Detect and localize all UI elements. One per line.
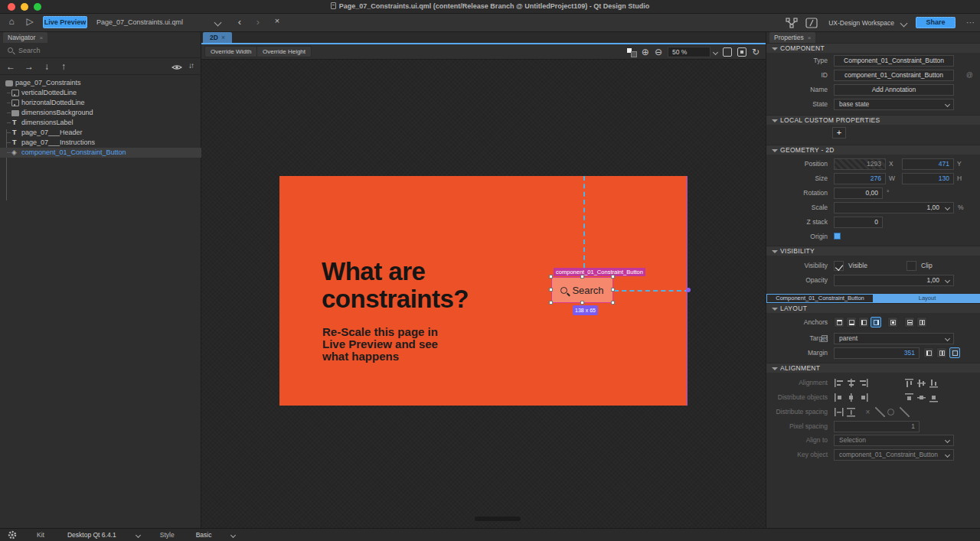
align-to-select[interactable]: Selection bbox=[834, 435, 954, 446]
visibility-eye-icon[interactable] bbox=[172, 64, 182, 71]
home-icon[interactable]: ⌂ bbox=[5, 16, 18, 27]
section-local-custom-properties[interactable]: LOCAL CUSTOM PROPERTIES bbox=[766, 115, 980, 125]
override-height-button[interactable]: Override Height bbox=[256, 46, 312, 57]
spacing-none-icon[interactable]: × bbox=[863, 407, 873, 417]
open-file-tab[interactable]: Page_07_Constraints.ui.qml bbox=[93, 16, 230, 28]
target-select[interactable]: parent bbox=[834, 333, 954, 344]
zoom-out-icon[interactable]: ⊖ bbox=[655, 47, 662, 57]
close-tab-icon[interactable]: × bbox=[221, 34, 225, 41]
margin-left-icon[interactable] bbox=[923, 347, 934, 358]
distribute-left-icon[interactable] bbox=[834, 393, 844, 402]
align-left-icon[interactable] bbox=[834, 378, 844, 388]
zstack-field[interactable]: 0 bbox=[834, 217, 883, 228]
navigator-tab[interactable]: Navigator× bbox=[3, 32, 47, 43]
tree-item-dimensions-background[interactable]: dimensionsBackground bbox=[0, 108, 201, 118]
anchor-top-icon[interactable] bbox=[834, 317, 844, 328]
section-alignment[interactable]: ALIGNMENT bbox=[766, 363, 980, 373]
opacity-select[interactable]: 1,00 bbox=[834, 275, 954, 286]
zoom-level-select[interactable]: 50 % bbox=[668, 47, 710, 57]
forward-icon[interactable]: › bbox=[253, 16, 263, 28]
tree-item-dimensions-label[interactable]: dimensionsLabel bbox=[0, 118, 201, 128]
style-select[interactable]: Basic bbox=[196, 531, 236, 539]
tree-item-constraint-button[interactable]: component_01_Constraint_Button bbox=[0, 148, 201, 158]
selection-handle[interactable] bbox=[549, 301, 553, 305]
subtab-component[interactable]: Component_01_Constraint_Button bbox=[766, 294, 874, 303]
tree-item-header-text[interactable]: page_07___Header bbox=[0, 128, 201, 138]
section-visibility[interactable]: VISIBILITY bbox=[766, 246, 980, 256]
move-right-icon[interactable]: → bbox=[24, 61, 34, 72]
properties-tab[interactable]: Properties× bbox=[769, 32, 815, 43]
search-button-component[interactable]: Search bbox=[551, 277, 613, 303]
tree-item-instructions-text[interactable]: page_07___Instructions bbox=[0, 138, 201, 148]
selection-handle[interactable] bbox=[580, 301, 584, 305]
spacing-diagonal-up-icon[interactable] bbox=[875, 407, 885, 417]
workspace-chevron-icon[interactable] bbox=[900, 20, 908, 28]
key-object-select[interactable]: component_01_Constraint_Button bbox=[834, 449, 954, 461]
distribute-bottom-icon[interactable] bbox=[929, 393, 939, 402]
artboard-page-07[interactable]: What are constraints? Re-Scale this page… bbox=[279, 176, 688, 406]
override-width-button[interactable]: Override Width bbox=[204, 46, 257, 57]
tree-item-page[interactable]: page_07_Constraints bbox=[0, 78, 201, 88]
close-panel-icon[interactable]: × bbox=[39, 34, 43, 41]
zoom-chevron-icon[interactable] bbox=[713, 49, 718, 54]
spacing-radial-icon[interactable] bbox=[887, 409, 894, 416]
move-up-icon[interactable]: ↑ bbox=[61, 61, 66, 72]
pixel-spacing-field[interactable]: 1 bbox=[834, 421, 920, 432]
distribute-center-h-icon[interactable] bbox=[846, 393, 856, 402]
subtab-layout[interactable]: Layout bbox=[874, 294, 980, 303]
anchor-bottom-icon[interactable] bbox=[846, 317, 857, 328]
spacing-horizontal-icon[interactable] bbox=[834, 407, 844, 417]
visible-checkbox[interactable] bbox=[834, 261, 844, 271]
anchor-right-icon[interactable] bbox=[871, 317, 881, 328]
margin-right-icon[interactable] bbox=[949, 347, 960, 358]
at-icon[interactable]: @ bbox=[966, 71, 973, 79]
live-preview-button[interactable]: Live Preview bbox=[43, 16, 87, 28]
code-view-icon[interactable] bbox=[805, 18, 818, 28]
canvas-viewport[interactable]: What are constraints? Re-Scale this page… bbox=[201, 60, 766, 528]
position-x-field[interactable]: 1293 bbox=[834, 158, 886, 170]
spacing-diagonal-down-icon[interactable] bbox=[900, 407, 910, 417]
anchor-fill-icon[interactable] bbox=[887, 317, 898, 328]
rotation-field[interactable]: 0,00 bbox=[834, 187, 883, 199]
anchor-left-icon[interactable] bbox=[858, 317, 869, 328]
anchor-horizontal-center-icon[interactable] bbox=[916, 317, 927, 328]
selection-handle[interactable] bbox=[549, 288, 553, 292]
fit-frame-icon[interactable] bbox=[737, 47, 746, 57]
margin-center-icon[interactable] bbox=[936, 347, 947, 358]
type-field[interactable]: Component_01_Constraint_Button bbox=[834, 55, 954, 67]
run-project-icon[interactable]: ▷ bbox=[23, 16, 37, 27]
move-down-icon[interactable]: ↓ bbox=[44, 61, 49, 72]
section-geometry-2d[interactable]: GEOMETRY - 2D bbox=[766, 145, 980, 155]
search-input[interactable] bbox=[18, 45, 187, 56]
canvas-horizontal-scrollbar[interactable] bbox=[475, 517, 521, 521]
workspace-selector-label[interactable]: UX-Design Workspace bbox=[828, 19, 894, 27]
align-center-vertical-icon[interactable] bbox=[846, 378, 856, 388]
annotations-icon[interactable] bbox=[786, 18, 798, 28]
align-bottom-icon[interactable] bbox=[929, 378, 939, 388]
state-select[interactable]: base state bbox=[834, 99, 954, 110]
selection-handle[interactable] bbox=[549, 275, 553, 279]
align-top-icon[interactable] bbox=[904, 378, 914, 388]
position-y-field[interactable]: 471 bbox=[902, 158, 954, 170]
align-right-icon[interactable] bbox=[858, 378, 868, 388]
selection-handle[interactable] bbox=[611, 275, 615, 279]
tree-item-vertical-dotted-line[interactable]: verticalDottedLine bbox=[0, 88, 201, 98]
zoom-in-icon[interactable]: ⊕ bbox=[642, 47, 649, 57]
reset-view-icon[interactable]: ↻ bbox=[752, 47, 760, 57]
id-field[interactable]: component_01_Constraint_Button bbox=[834, 70, 954, 81]
canvas-color-mode-icon[interactable] bbox=[627, 47, 636, 57]
add-property-button[interactable]: + bbox=[832, 127, 846, 139]
distribute-center-v-icon[interactable] bbox=[916, 393, 926, 402]
selection-handle[interactable] bbox=[580, 275, 584, 279]
section-layout[interactable]: LAYOUT bbox=[766, 303, 980, 313]
scale-select[interactable]: 1,00 bbox=[834, 202, 954, 213]
gear-icon[interactable] bbox=[8, 530, 17, 539]
share-button[interactable]: Share bbox=[916, 17, 956, 28]
section-component[interactable]: COMPONENT bbox=[766, 43, 980, 53]
back-icon[interactable]: ‹ bbox=[234, 16, 245, 28]
selection-handle[interactable] bbox=[611, 301, 615, 305]
more-options-icon[interactable]: ⋯ bbox=[966, 18, 975, 28]
clip-checkbox[interactable] bbox=[906, 261, 916, 271]
tab-2d[interactable]: 2D× bbox=[203, 32, 232, 43]
margin-field[interactable]: 351 bbox=[834, 347, 920, 359]
